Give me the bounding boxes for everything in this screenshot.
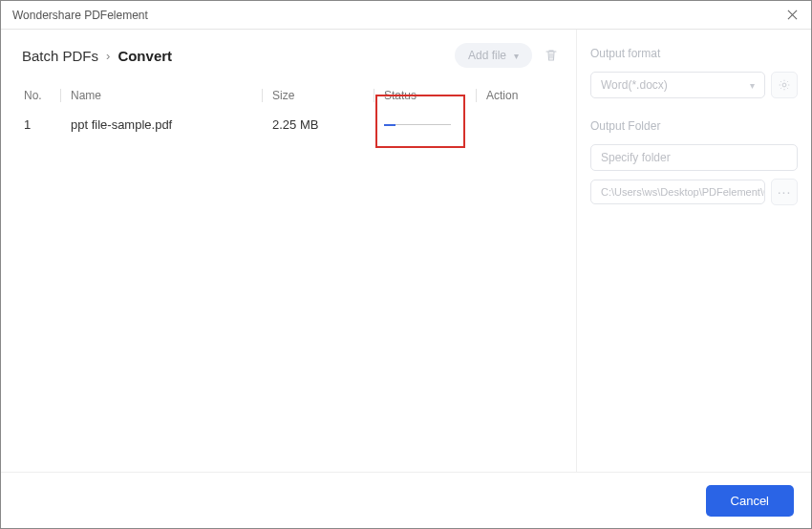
chevron-down-icon: ▾ — [750, 80, 755, 91]
progress-bar — [384, 124, 451, 125]
cell-name: ppt file-sample.pdf — [71, 117, 262, 132]
settings-button[interactable] — [771, 72, 798, 98]
main-area: Batch PDFs › Convert Add file ▾ No. Name… — [1, 30, 811, 472]
cell-size: 2.25 MB — [272, 117, 374, 132]
output-folder-label: Output Folder — [590, 119, 798, 133]
folder-path-display[interactable]: C:\Users\ws\Desktop\PDFelement\Con — [590, 180, 765, 204]
breadcrumb-separator: › — [106, 49, 110, 63]
col-header-size: Size — [272, 89, 374, 102]
col-divider — [60, 89, 61, 102]
cancel-button[interactable]: Cancel — [706, 485, 794, 517]
header-row: Batch PDFs › Convert Add file ▾ — [22, 43, 559, 68]
add-file-label: Add file — [468, 49, 506, 62]
close-icon[interactable] — [784, 8, 800, 23]
specify-folder-input[interactable]: Specify folder — [590, 144, 798, 171]
left-panel: Batch PDFs › Convert Add file ▾ No. Name… — [1, 30, 577, 472]
col-header-action: Action — [486, 89, 544, 102]
add-file-button[interactable]: Add file ▾ — [455, 43, 532, 68]
format-row: Word(*.docx) ▾ — [590, 72, 798, 98]
table-header: No. Name Size Status Action — [22, 85, 559, 112]
col-header-status: Status — [384, 89, 476, 102]
output-format-select[interactable]: Word(*.docx) ▾ — [590, 72, 765, 98]
svg-point-0 — [782, 83, 786, 87]
chevron-down-icon: ▾ — [514, 51, 519, 61]
right-panel: Output format Word(*.docx) ▾ Output Fold… — [577, 30, 811, 472]
breadcrumb: Batch PDFs › Convert — [22, 48, 172, 64]
cell-status — [384, 124, 476, 125]
footer: Cancel — [1, 472, 811, 528]
titlebar: Wondershare PDFelement — [1, 1, 811, 30]
breadcrumb-parent[interactable]: Batch PDFs — [22, 48, 98, 64]
col-divider — [476, 89, 477, 102]
col-header-name: Name — [71, 89, 262, 102]
col-divider — [262, 89, 263, 102]
browse-button[interactable]: ··· — [771, 179, 798, 205]
table-row: 1 ppt file-sample.pdf 2.25 MB — [22, 112, 559, 138]
col-divider — [374, 89, 374, 102]
breadcrumb-current: Convert — [118, 48, 172, 64]
format-value: Word(*.docx) — [601, 78, 668, 92]
cell-no: 1 — [22, 117, 60, 132]
header-actions: Add file ▾ — [455, 43, 559, 68]
window-title: Wondershare PDFelement — [12, 9, 148, 22]
folder-path-row: C:\Users\ws\Desktop\PDFelement\Con ··· — [590, 179, 798, 205]
trash-icon[interactable] — [544, 48, 559, 63]
output-format-label: Output format — [590, 47, 798, 60]
col-header-no: No. — [22, 89, 60, 102]
